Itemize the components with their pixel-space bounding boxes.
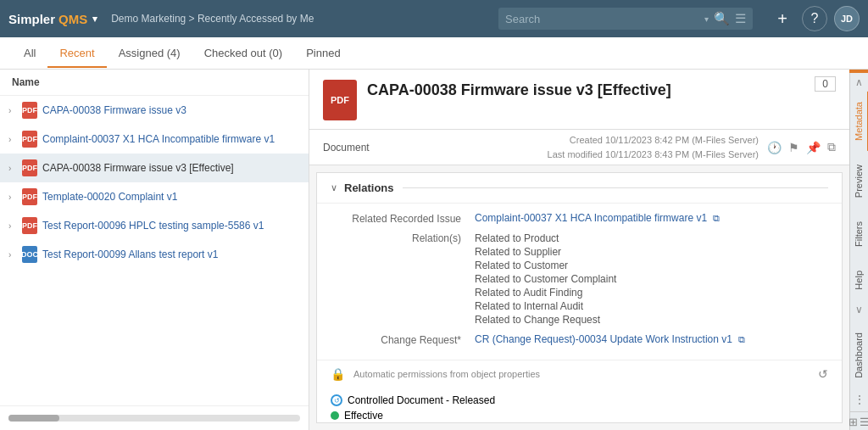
file-list: › PDF CAPA-00038 Firmware issue v3 › PDF… bbox=[0, 96, 309, 405]
left-panel: Name › PDF CAPA-00038 Firmware issue v3 … bbox=[0, 70, 309, 430]
side-tabs-panel: ∧ Metadata Preview Filters Help ∨ Dashbo… bbox=[849, 70, 868, 430]
relation-value-recorded-issue: Complaint-00037 X1 HCA Incompatible firm… bbox=[475, 212, 828, 224]
status-item-controlled: ↺ Controlled Document - Released bbox=[331, 394, 828, 406]
search-icon[interactable]: 🔍 bbox=[714, 11, 730, 26]
search-bar[interactable]: ▾ 🔍 ☰ bbox=[498, 8, 753, 30]
list-item[interactable]: › PDF Template-00020 Complaint v1 bbox=[0, 182, 309, 211]
side-tab-preview[interactable]: Preview bbox=[850, 154, 869, 208]
menu-icon[interactable]: ☰ bbox=[735, 11, 746, 26]
history-icon[interactable]: 🕐 bbox=[767, 141, 782, 154]
relations-section-header[interactable]: ∨ Relations bbox=[317, 173, 842, 204]
status-label: Effective bbox=[344, 410, 383, 422]
side-tab-filters[interactable]: Filters bbox=[850, 211, 869, 257]
tab-all[interactable]: All bbox=[12, 40, 47, 68]
chevron-right-icon: › bbox=[8, 135, 17, 144]
refresh-icon[interactable]: ↺ bbox=[818, 367, 828, 381]
status-dot-icon bbox=[331, 411, 339, 420]
relation-sub-items: Related to Product Related to Supplier R… bbox=[475, 232, 828, 327]
grid-view-icon[interactable]: ⊞ bbox=[849, 416, 858, 428]
relation-sub-item: Related to Change Request bbox=[475, 313, 828, 327]
document-meta-label: Document bbox=[323, 142, 370, 154]
external-link-icon[interactable]: ⧉ bbox=[738, 334, 745, 344]
horizontal-scrollbar[interactable] bbox=[8, 415, 300, 422]
avatar[interactable]: JD bbox=[834, 6, 860, 31]
file-icon-pdf: PDF bbox=[22, 102, 37, 119]
pin-icon[interactable]: 📌 bbox=[806, 141, 821, 154]
list-item[interactable]: › DOC Test Report-00099 Allans test repo… bbox=[0, 240, 309, 269]
scroll-down-icon[interactable]: ∨ bbox=[852, 300, 866, 319]
document-title: CAPA-00038 Firmware issue v3 [Effective] bbox=[367, 81, 671, 99]
list-item[interactable]: › PDF CAPA-00038 Firmware issue v3 bbox=[0, 96, 309, 125]
file-icon-pdf: PDF bbox=[22, 131, 37, 148]
file-list-header: Name bbox=[0, 70, 309, 96]
created-info: Created 10/11/2023 8:42 PM (M-Files Serv… bbox=[548, 133, 759, 148]
view-toggle: ⊞ ☰ bbox=[850, 411, 868, 430]
relation-sub-item: Related to Customer bbox=[475, 259, 828, 272]
relations-table: Related Recorded Issue Complaint-00037 X… bbox=[317, 204, 842, 360]
list-item[interactable]: › PDF Complaint-00037 X1 HCA Incompatibl… bbox=[0, 125, 309, 154]
lock-icon: 🔒 bbox=[331, 367, 345, 381]
status-label: Controlled Document - Released bbox=[348, 394, 495, 406]
tab-recent[interactable]: Recent bbox=[47, 40, 106, 68]
side-tab-help[interactable]: Help bbox=[850, 260, 869, 300]
document-meta-actions: 🕐 ⚑ 📌 ⧉ bbox=[767, 140, 836, 154]
right-panel: PDF CAPA-00038 Firmware issue v3 [Effect… bbox=[309, 70, 849, 430]
relation-sub-item: Related to Audit Finding bbox=[475, 286, 828, 299]
document-header: PDF CAPA-00038 Firmware issue v3 [Effect… bbox=[309, 70, 849, 130]
logo-simple: Simpler bbox=[8, 12, 55, 26]
permissions-text: Automatic permissions from object proper… bbox=[353, 369, 540, 379]
side-tab-metadata[interactable]: Metadata bbox=[850, 92, 869, 151]
external-link-icon[interactable]: ⧉ bbox=[713, 213, 720, 223]
relation-row-recorded-issue: Related Recorded Issue Complaint-00037 X… bbox=[331, 209, 828, 228]
flag-icon[interactable]: ⚑ bbox=[788, 141, 799, 154]
tabs-bar: All Recent Assigned (4) Checked out (0) … bbox=[0, 37, 868, 70]
relation-label: Related Recorded Issue bbox=[331, 212, 475, 225]
chevron-down-icon: ▾ bbox=[704, 14, 709, 24]
tab-pinned[interactable]: Pinned bbox=[294, 40, 352, 68]
search-input[interactable] bbox=[505, 13, 699, 25]
file-icon-pdf: PDF bbox=[22, 188, 37, 205]
side-tab-dashboard[interactable]: Dashboard bbox=[850, 322, 869, 388]
content-area: ∨ Relations Related Recorded Issue Compl… bbox=[316, 172, 843, 423]
logo-arrow[interactable]: ▾ bbox=[92, 14, 97, 25]
scrollbar-thumb[interactable] bbox=[8, 415, 59, 422]
document-meta-row: Document Created 10/11/2023 8:42 PM (M-F… bbox=[309, 130, 849, 165]
copy-icon[interactable]: ⧉ bbox=[827, 140, 836, 154]
document-pdf-icon: PDF bbox=[323, 80, 357, 120]
chevron-right-icon: › bbox=[8, 221, 17, 231]
scroll-up-icon[interactable]: ∧ bbox=[852, 73, 866, 92]
section-chevron-icon: ∨ bbox=[331, 182, 337, 193]
left-panel-bottom bbox=[0, 405, 309, 430]
orange-accent bbox=[849, 70, 868, 73]
tab-assigned[interactable]: Assigned (4) bbox=[107, 40, 192, 68]
chevron-right-icon: › bbox=[8, 250, 17, 260]
meta-actions-area: Created 10/11/2023 8:42 PM (M-Files Serv… bbox=[548, 133, 836, 161]
list-item[interactable]: › PDF CAPA-00038 Firmware issue v3 [Effe… bbox=[0, 154, 309, 182]
section-divider bbox=[403, 187, 828, 188]
file-name: CAPA-00038 Firmware issue v3 [Effective] bbox=[42, 162, 234, 174]
help-button[interactable]: ? bbox=[802, 6, 827, 31]
more-options-icon[interactable]: ⋮ bbox=[850, 388, 869, 411]
change-request-value: CR (Change Request)-00034 Update Work In… bbox=[475, 333, 828, 345]
tab-checked-out[interactable]: Checked out (0) bbox=[192, 40, 295, 68]
chevron-right-icon: › bbox=[8, 106, 17, 115]
list-item[interactable]: › PDF Test Report-00096 HPLC testing sam… bbox=[0, 211, 309, 240]
file-name: Complaint-00037 X1 HCA Incompatible firm… bbox=[42, 133, 275, 145]
header-actions: + ? JD bbox=[770, 6, 860, 31]
file-icon-doc: DOC bbox=[22, 246, 37, 263]
file-icon-pdf: PDF bbox=[22, 217, 37, 234]
relation-sub-item: Related to Product bbox=[475, 232, 828, 245]
document-counter: 0 bbox=[815, 76, 836, 92]
modified-info: Last modified 10/11/2023 8:43 PM (M-File… bbox=[548, 148, 759, 162]
relation-label: Relation(s) bbox=[331, 232, 475, 244]
permissions-row: 🔒 Automatic permissions from object prop… bbox=[317, 360, 842, 388]
file-name: Test Report-00099 Allans test report v1 bbox=[42, 249, 218, 260]
document-title-area: CAPA-00038 Firmware issue v3 [Effective] bbox=[367, 80, 671, 99]
status-item-effective: Effective bbox=[331, 410, 828, 422]
document-meta-info: Created 10/11/2023 8:42 PM (M-Files Serv… bbox=[548, 133, 759, 161]
chevron-right-icon: › bbox=[8, 193, 17, 202]
list-view-icon[interactable]: ☰ bbox=[860, 416, 868, 428]
file-name: Template-00020 Complaint v1 bbox=[42, 191, 177, 203]
file-icon-pdf: PDF bbox=[22, 159, 37, 176]
add-button[interactable]: + bbox=[770, 6, 795, 31]
